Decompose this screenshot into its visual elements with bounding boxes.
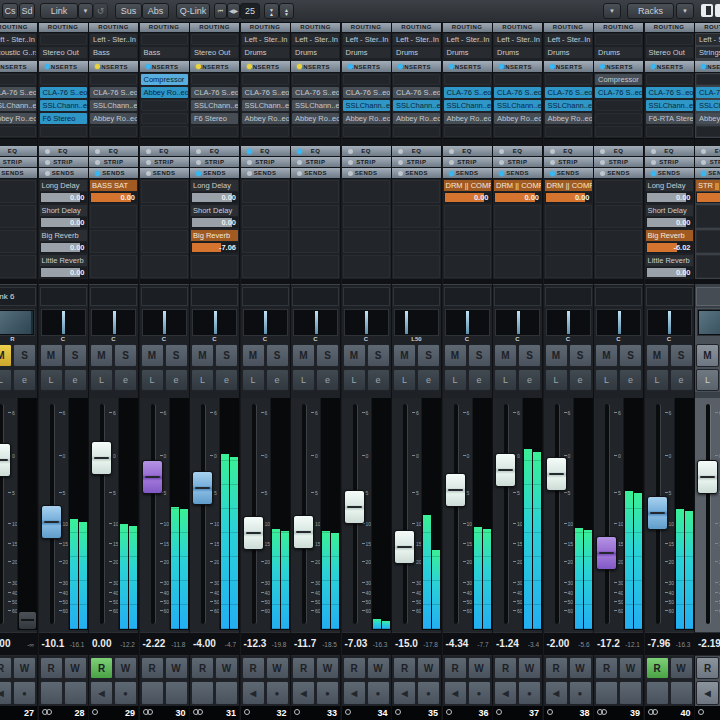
window-layout-arrow[interactable]: ▼ — [603, 3, 621, 19]
mute-button[interactable]: M — [242, 344, 265, 367]
send-empty-slot[interactable] — [393, 205, 440, 228]
fader-track[interactable] — [454, 404, 458, 624]
routing-rack-header[interactable]: ROUTING — [190, 22, 239, 33]
routing-slot[interactable]: Stereo Out — [190, 46, 239, 59]
routing-slot[interactable]: Left - Ster..In — [342, 33, 391, 46]
insert-plugin-name[interactable]: Abbey Ro..eo — [141, 87, 188, 98]
send-empty-slot[interactable] — [343, 205, 390, 228]
send-empty-slot[interactable] — [141, 230, 188, 253]
insert-slot[interactable] — [342, 73, 391, 86]
listen-button[interactable]: L — [90, 369, 113, 391]
routing-slot[interactable]: Left - Ster..In — [291, 33, 340, 46]
send-empty-slot[interactable] — [90, 255, 137, 278]
send-level-bar[interactable]: 0.00 — [40, 192, 87, 203]
send-empty-slot[interactable] — [696, 230, 720, 253]
routing-rack-header[interactable]: ROUTING — [392, 22, 441, 33]
insert-slot[interactable]: Compressor — [140, 73, 189, 86]
send-empty-slot[interactable] — [696, 205, 720, 228]
send-slot[interactable] — [241, 204, 290, 229]
fader-handle[interactable] — [0, 443, 11, 477]
send-level-bar[interactable]: 0.00 — [545, 192, 592, 203]
insert-plugin-name[interactable]: Abbey Ro..eo — [696, 113, 720, 124]
pan-control[interactable] — [697, 309, 720, 336]
link-button[interactable]: Link — [40, 3, 78, 19]
strip-rack-header[interactable]: STRIP — [443, 157, 492, 168]
insert-slot[interactable] — [645, 125, 694, 138]
insert-slot[interactable]: CLA-76 S..eo — [594, 86, 643, 99]
send-destination-name[interactable]: DRM || COMP — [545, 180, 592, 191]
insert-slot[interactable]: SSLChann..eo — [695, 99, 720, 112]
pan-control[interactable] — [91, 309, 136, 336]
edit-channel-button[interactable]: e — [316, 369, 339, 391]
insert-slot[interactable]: SSLChann..eo — [443, 99, 492, 112]
send-slot[interactable] — [342, 179, 391, 204]
send-empty-slot[interactable] — [292, 230, 339, 253]
insert-empty-slot[interactable] — [393, 74, 440, 85]
send-empty-slot[interactable] — [545, 230, 592, 253]
read-automation-button[interactable]: R — [393, 657, 416, 679]
send-slot[interactable]: DRM || COMP0.00 — [493, 179, 542, 204]
send-slot[interactable] — [695, 229, 720, 254]
level-meter[interactable] — [472, 398, 492, 630]
fader-track[interactable] — [302, 404, 306, 624]
mute-button[interactable]: M — [191, 344, 214, 367]
pan-control[interactable] — [647, 309, 692, 336]
input-routing-value[interactable] — [191, 34, 238, 45]
show-right-zone-icon[interactable] — [715, 4, 720, 17]
insert-plugin-name[interactable]: CLA-76 S..eo — [595, 87, 642, 98]
send-slot[interactable] — [392, 204, 441, 229]
level-meter[interactable] — [169, 398, 189, 630]
send-level-bar[interactable]: 0.00 — [40, 217, 87, 228]
read-automation-button[interactable]: R — [242, 657, 265, 679]
solo-button[interactable]: S — [13, 344, 36, 367]
routing-slot[interactable]: Left - Ster..In — [89, 33, 138, 46]
insert-plugin-name[interactable]: SSLChann..eo — [545, 100, 592, 111]
send-slot[interactable]: Little Reverb0.00 — [39, 254, 88, 279]
send-slot[interactable] — [594, 229, 643, 254]
channel-type-sd-button[interactable]: Sd — [19, 3, 35, 19]
send-slot[interactable]: Long Delay0.00 — [190, 179, 239, 204]
link-group-name[interactable] — [393, 287, 440, 306]
write-automation-button[interactable]: W — [569, 657, 592, 679]
inserts-rack-header[interactable]: INSERTS — [140, 61, 189, 73]
pan-control[interactable] — [495, 309, 540, 336]
level-meter[interactable] — [371, 398, 391, 630]
solo-button[interactable]: S — [367, 344, 390, 367]
send-slot[interactable] — [241, 229, 290, 254]
insert-slot[interactable] — [392, 125, 441, 138]
write-automation-button[interactable]: W — [64, 657, 87, 679]
send-level-bar[interactable]: 0.00 — [646, 267, 693, 278]
insert-slot[interactable]: SSLChann..eo — [0, 99, 37, 112]
send-level-bar[interactable]: 0.00 — [191, 217, 238, 228]
channel-volume-value[interactable]: -17.2 — [597, 638, 620, 649]
fader-track[interactable] — [504, 404, 508, 624]
send-slot[interactable] — [291, 254, 340, 279]
insert-empty-slot[interactable] — [545, 74, 592, 85]
monitor-button[interactable]: ◀ — [393, 681, 416, 705]
send-empty-slot[interactable] — [242, 180, 289, 203]
fader-handle[interactable] — [293, 515, 314, 549]
send-slot[interactable] — [0, 179, 37, 204]
monitor-button[interactable]: ◀ — [292, 681, 315, 705]
insert-plugin-name[interactable]: SSLChann..eo — [292, 100, 339, 111]
listen-button[interactable]: L — [494, 369, 517, 391]
insert-slot[interactable] — [0, 125, 37, 138]
insert-slot[interactable] — [39, 125, 88, 138]
record-enable-button[interactable]: ● — [518, 681, 541, 705]
routing-rack-header[interactable]: ROUTING — [695, 22, 720, 33]
inserts-rack-header[interactable]: INSERTS — [342, 61, 391, 73]
insert-slot[interactable] — [392, 73, 441, 86]
insert-empty-slot[interactable] — [595, 126, 642, 137]
insert-plugin-name[interactable]: Abbey Ro..eo — [545, 113, 592, 124]
listen-button[interactable]: L — [646, 369, 669, 391]
eq-rack-header[interactable]: EQ — [241, 146, 290, 157]
record-enable-button[interactable]: ● — [417, 681, 440, 705]
insert-empty-slot[interactable] — [393, 126, 440, 137]
insert-empty-slot[interactable] — [343, 74, 390, 85]
insert-slot[interactable] — [190, 73, 239, 86]
send-slot[interactable] — [544, 229, 593, 254]
insert-slot[interactable]: SSLChann..eo — [190, 99, 239, 112]
insert-slot[interactable]: F6 Stereo — [39, 112, 88, 125]
send-slot[interactable] — [594, 254, 643, 279]
monitor-button[interactable]: ◀ — [494, 681, 517, 705]
